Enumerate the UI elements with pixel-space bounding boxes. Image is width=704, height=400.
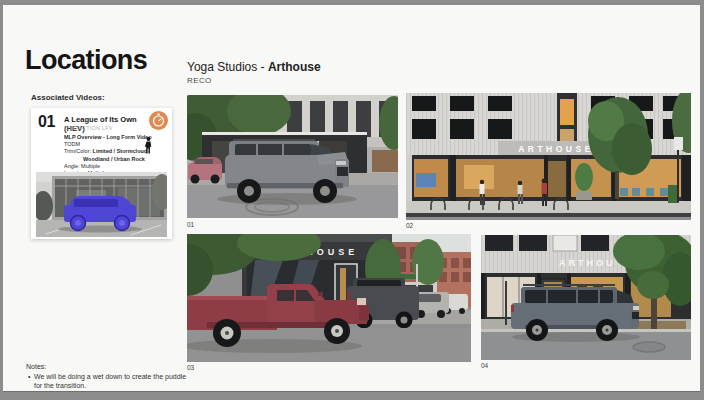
- window-frame: Locations Associated Videos: 01 A League…: [0, 0, 704, 400]
- arthouse-sign-text-photo02: ARTHOUSE: [518, 144, 594, 154]
- section-title-prefix: Yoga Studios -: [187, 60, 268, 74]
- section-title-location: Arthouse: [268, 60, 321, 74]
- location-photo-02: ARTHOUSE: [406, 93, 691, 220]
- note-item: We will be doing a wet down to create th…: [26, 372, 191, 390]
- video-card-subtitle: LIVE ACTION LFV: [64, 125, 113, 131]
- arthouse-sign-text-photo04: ARTHOU: [559, 258, 616, 268]
- video-card: 01 A League of Its Own (HEV) LIVE ACTION…: [31, 108, 172, 239]
- section-title: Yoga Studios - Arthouse: [187, 60, 321, 74]
- slide-page: Locations Associated Videos: 01 A League…: [3, 5, 700, 392]
- location-photo-01: [187, 95, 398, 218]
- video-angle-line: Angle: Multiple: [64, 163, 164, 170]
- person-icon: [144, 137, 153, 154]
- location-photo-03: ARTHOUSE: [187, 234, 471, 362]
- notes-section: Notes: We will be doing a wet down to cr…: [26, 363, 191, 390]
- gray-suv-side: [511, 285, 640, 342]
- associated-videos-label: Associated Videos:: [31, 93, 105, 102]
- video-card-number: 01: [38, 113, 55, 131]
- section-subtitle: RECO: [187, 76, 212, 85]
- photo-label-04: 04: [481, 362, 488, 369]
- note-text: We will be doing a wet down to create th…: [34, 373, 186, 389]
- page-title: Locations: [25, 45, 147, 76]
- photo-label-01: 01: [187, 221, 194, 228]
- timer-badge-icon: [149, 111, 168, 130]
- location-photo-04: ARTHOU: [481, 235, 691, 360]
- photo-label-02: 02: [406, 222, 413, 229]
- notes-label: Notes:: [26, 363, 191, 370]
- video-card-still-image: [36, 172, 167, 237]
- video-trim-line-2: Woodland / Urban Rock: [83, 156, 164, 163]
